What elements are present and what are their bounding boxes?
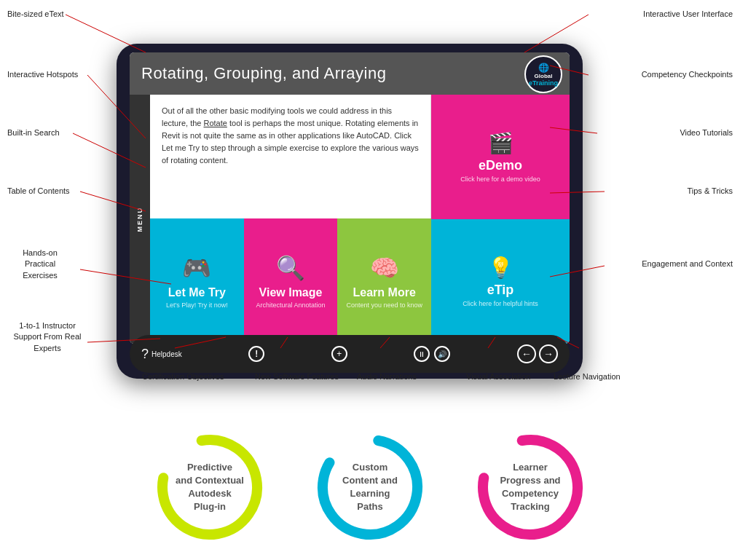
label-bite-sized: Bite-sized eText (7, 9, 64, 20)
screen-content: MENU Out of all the other basic modifyin… (130, 95, 570, 344)
label-competency: Competency Checkpoints (642, 69, 733, 80)
label-table-of-contents: Table of Contents (7, 186, 70, 197)
edemo-subtitle: Click here for a demo video (460, 176, 540, 183)
helpdesk-item[interactable]: ? Helpdesk (141, 347, 182, 362)
circle-learner-text: LearnerProgress andCompetencyTracking (492, 461, 567, 514)
content-right: 🎬 eDemo Click here for a demo video 💡 eT… (431, 95, 570, 344)
bottom-bar: ? Helpdesk ! + ⏸ 🔊 ← → (130, 335, 570, 373)
tile-learn-more-title: Learn More (353, 286, 416, 299)
label-visual-association: Visual Association (466, 371, 530, 382)
globe-icon: 🌐 (538, 63, 549, 73)
device-screen: Rotating, Grouping, and Arraying 🌐 Globa… (130, 52, 570, 344)
label-engagement: Engagement and Context (642, 259, 733, 269)
label-hands-on: Hands-on Practical Exercises (7, 248, 73, 281)
label-certification: Certification Objectives (142, 371, 224, 382)
etip-title: eTip (487, 283, 514, 298)
logo-text2: eTraining (529, 79, 558, 87)
audio-controls: ⏸ 🔊 (414, 346, 450, 362)
tile-learn-more-subtitle: Content you need to know (346, 301, 422, 309)
tiles-row: 🎮 Let Me Try Let's Play! Try it now! 🔍 V… (150, 218, 431, 344)
circle-predictive-text: Predictiveand ContextualAutodeskPlug-in (168, 461, 251, 514)
circle-custom: CustomContent andLearningPaths (312, 429, 428, 545)
brain-icon: 🧠 (370, 254, 399, 282)
menu-label: MENU (136, 207, 143, 232)
gamepad-icon: 🎮 (182, 254, 211, 282)
label-video-tutorials: Video Tutorials (680, 127, 733, 138)
tile-let-me-try-subtitle: Let's Play! Try it now! (166, 301, 228, 309)
menu-sidebar[interactable]: MENU (130, 95, 150, 344)
edemo-title: eDemo (479, 158, 522, 173)
label-interactive-ui: Interactive User Interface (643, 9, 733, 20)
search-icon: 🔍 (276, 254, 305, 282)
label-lecture-navigation: Lecture Navigation (554, 371, 621, 382)
content-left: Out of all the other basic modifying too… (150, 95, 431, 344)
label-one-to-one: 1-to-1 Instructor Support From Real Expe… (7, 320, 87, 354)
audio-icon[interactable]: 🔊 (434, 346, 450, 362)
helpdesk-label: Helpdesk (151, 350, 182, 358)
circle-predictive: Predictiveand ContextualAutodeskPlug-in (151, 429, 268, 545)
bulb-icon: 💡 (488, 256, 513, 280)
nav-prev-button[interactable]: ← (517, 344, 536, 363)
tile-view-image-title: View Image (259, 286, 323, 299)
logo-text1: Global (535, 73, 553, 79)
tile-let-me-try-title: Let Me Try (168, 286, 226, 299)
pause-icon[interactable]: ⏸ (414, 346, 430, 362)
new-features-icon[interactable]: + (331, 346, 347, 362)
screen-header: Rotating, Grouping, and Arraying 🌐 Globa… (130, 52, 570, 95)
question-icon: ? (141, 347, 149, 362)
circle-learner: LearnerProgress andCompetencyTracking (472, 429, 589, 545)
rotate-link[interactable]: Rotate (203, 119, 227, 127)
tile-etip[interactable]: 💡 eTip Click here for helpful hints (431, 219, 570, 344)
label-interactive-hotspots: Interactive Hotspots (7, 69, 78, 80)
film-icon: 🎬 (488, 131, 513, 155)
nav-controls: ← → (517, 344, 558, 363)
screen-title: Rotating, Grouping, and Arraying (141, 64, 558, 83)
tile-view-image[interactable]: 🔍 View Image Architectural Annotation (244, 218, 338, 344)
label-builtin-search: Built-in Search (7, 127, 60, 138)
label-tips-tricks: Tips & Tricks (687, 186, 733, 197)
tile-let-me-try[interactable]: 🎮 Let Me Try Let's Play! Try it now! (150, 218, 244, 344)
tile-view-image-subtitle: Architectural Annotation (256, 301, 325, 309)
circles-section: Predictiveand ContextualAutodeskPlug-in … (93, 429, 647, 545)
text-area: Out of all the other basic modifying too… (150, 95, 431, 218)
nav-next-button[interactable]: → (539, 344, 558, 363)
tile-learn-more[interactable]: 🧠 Learn More Content you need to know (337, 218, 431, 344)
cert-objectives-icon[interactable]: ! (248, 346, 264, 362)
etip-subtitle: Click here for helpful hints (462, 300, 538, 307)
circle-custom-text: CustomContent andLearningPaths (335, 461, 405, 514)
label-new-software: New Software Features (255, 371, 339, 382)
tile-edemo[interactable]: 🎬 eDemo Click here for a demo video (431, 95, 570, 219)
logo-badge: 🌐 Global eTraining (524, 55, 562, 93)
label-audio-narrations: Audio Narrations (357, 371, 417, 382)
device-container: Rotating, Grouping, and Arraying 🌐 Globa… (117, 44, 583, 379)
device-outer: Rotating, Grouping, and Arraying 🌐 Globa… (117, 44, 583, 379)
